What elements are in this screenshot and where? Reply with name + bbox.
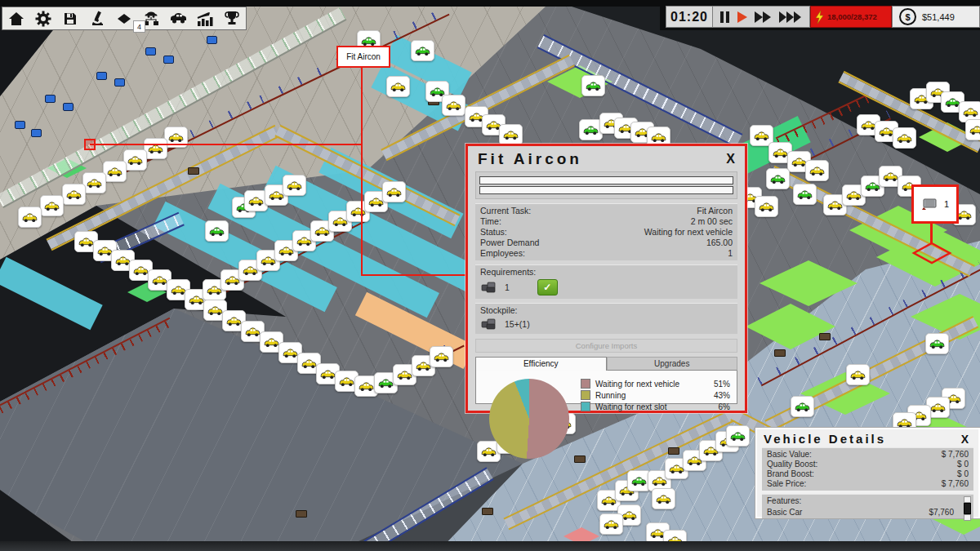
vehicle-tile[interactable]	[82, 172, 106, 193]
vd-value: $ 0	[957, 460, 969, 469]
forklift-machine	[45, 95, 56, 103]
money-indicator[interactable]: $ $51,449	[892, 6, 980, 28]
statistics-button[interactable]	[193, 9, 217, 29]
legend-label: Waiting for next vehicle	[595, 380, 697, 389]
vd-value: $ 0	[957, 469, 969, 479]
stat-label: Status:	[480, 227, 507, 238]
forklift-machine	[96, 72, 107, 80]
vehicle-tile[interactable]	[123, 149, 147, 171]
stat-value: Fit Aircon	[697, 206, 733, 216]
vehicle-tile[interactable]	[18, 207, 42, 228]
forklift-machine	[114, 78, 125, 87]
legend-row: Waiting for next slot 6%	[581, 402, 730, 411]
showroom-button[interactable]	[166, 9, 190, 29]
stat-label: Time:	[480, 216, 501, 227]
vd-value: $ 7,760	[942, 450, 969, 460]
progress-bar-1	[479, 176, 733, 184]
worker-desk	[188, 167, 199, 175]
forklift-machine	[63, 103, 74, 111]
forklift-machine	[15, 121, 25, 129]
play-button[interactable]	[737, 11, 747, 23]
vehicle-tile[interactable]	[382, 181, 406, 202]
vd-label: Sale Price:	[767, 479, 806, 489]
requirements-panel: Requirements: 1 ✓	[475, 264, 737, 299]
vehicle-tile[interactable]	[726, 425, 750, 447]
dialog-close-button[interactable]: X	[726, 152, 735, 167]
stat-value: 165.00	[706, 238, 733, 248]
research-button[interactable]	[85, 9, 109, 29]
vehicle-tile[interactable]	[766, 168, 790, 189]
forklift-machine	[145, 47, 156, 56]
selection-line-h2	[361, 274, 467, 276]
vehicle-tile[interactable]	[791, 396, 814, 417]
pause-button[interactable]	[720, 11, 729, 23]
forklift-machine	[207, 36, 217, 44]
requirement-met-check-icon: ✓	[537, 279, 558, 295]
power-value: 18,000/28,372	[827, 12, 877, 21]
vehicle-tile[interactable]	[144, 138, 167, 159]
stat-label: Current Task:	[480, 206, 531, 216]
worker-desk	[482, 508, 493, 515]
vehicle-tile[interactable]	[793, 184, 817, 205]
station-stats: Current Task:Fit Aircon Time:2 m 00 sec …	[475, 203, 737, 260]
vehicle-tile[interactable]	[499, 124, 523, 145]
legend-value: 51%	[702, 380, 730, 389]
configure-imports-button[interactable]: Configure Imports	[475, 339, 737, 353]
tab-efficiency[interactable]: Efficiency	[475, 357, 607, 371]
settings-button[interactable]	[31, 9, 56, 29]
vehicle-tile[interactable]	[893, 127, 916, 149]
vehicle-tile[interactable]	[62, 184, 86, 205]
vehicle-tile[interactable]	[283, 175, 306, 196]
feature-name: Basic Car	[767, 508, 802, 517]
vehicle-tile[interactable]	[40, 195, 64, 216]
home-button[interactable]	[4, 9, 29, 29]
scroll-down-button[interactable]	[964, 514, 971, 521]
legend-value: 6%	[702, 402, 730, 411]
stockpile-label: Stockpile:	[480, 305, 733, 315]
vehicle-tile[interactable]	[805, 160, 829, 181]
vehicle-tile[interactable]	[652, 488, 675, 509]
vehicle-tile[interactable]	[925, 333, 949, 354]
requirements-label: Requirements:	[480, 267, 733, 277]
vd-label: Basic Value:	[767, 450, 812, 460]
vehicle-tile[interactable]	[205, 220, 229, 242]
tab-upgrades[interactable]: Upgrades	[607, 357, 738, 371]
feature-row: Basic Car $7,760	[767, 508, 969, 517]
station-callout-label: Fit Aircon	[336, 46, 390, 68]
forklift-machine	[163, 56, 174, 64]
requirements-count: 1	[505, 282, 510, 292]
achievements-button[interactable]	[220, 9, 244, 29]
fast-forward-button[interactable]	[755, 11, 771, 23]
legend-label: Running	[595, 391, 697, 400]
vehicle-tile[interactable]	[581, 75, 605, 96]
vd-label: Brand Boost:	[767, 469, 814, 479]
light-green-zone	[760, 260, 858, 306]
scroll-thumb[interactable]	[964, 503, 971, 514]
efficiency-pie-chart	[489, 379, 569, 459]
vehicle-tile[interactable]	[965, 119, 980, 140]
stockpile-value: 15+(1)	[505, 319, 530, 329]
scroll-up-button[interactable]	[964, 496, 971, 503]
vehicle-tile[interactable]	[599, 513, 623, 535]
save-button[interactable]	[58, 9, 82, 29]
stat-value: 2 m 00 sec	[691, 216, 733, 227]
vehicle-tile[interactable]	[411, 40, 434, 61]
legend-label: Waiting for next slot	[595, 402, 697, 411]
features-scrollbar[interactable]	[964, 496, 971, 521]
legend-row: Running 43%	[581, 390, 730, 400]
vehicle-tile[interactable]	[755, 196, 778, 217]
fastest-forward-button[interactable]	[779, 11, 802, 23]
bottom-dark-bar	[0, 541, 980, 551]
vehicle-tile[interactable]	[386, 76, 410, 97]
worker-desk	[668, 447, 679, 455]
power-indicator[interactable]: 18,000/28,372	[810, 6, 892, 28]
fit-aircon-dialog: Fit Aircon X Current Task:Fit Aircon Tim…	[466, 144, 747, 413]
vehicle-tile[interactable]	[846, 364, 870, 385]
pie-legend: Waiting for next vehicle 51% Running 43%…	[581, 379, 730, 413]
vehicle-tile[interactable]	[442, 95, 466, 116]
vehicle-tile[interactable]	[430, 346, 453, 367]
vehicle-details-close-button[interactable]: X	[961, 433, 969, 446]
aircon-part-icon	[480, 318, 498, 331]
vehicle-tile[interactable]	[103, 161, 127, 182]
efficiency-tab-content: Waiting for next vehicle 51% Running 43%…	[475, 371, 737, 404]
